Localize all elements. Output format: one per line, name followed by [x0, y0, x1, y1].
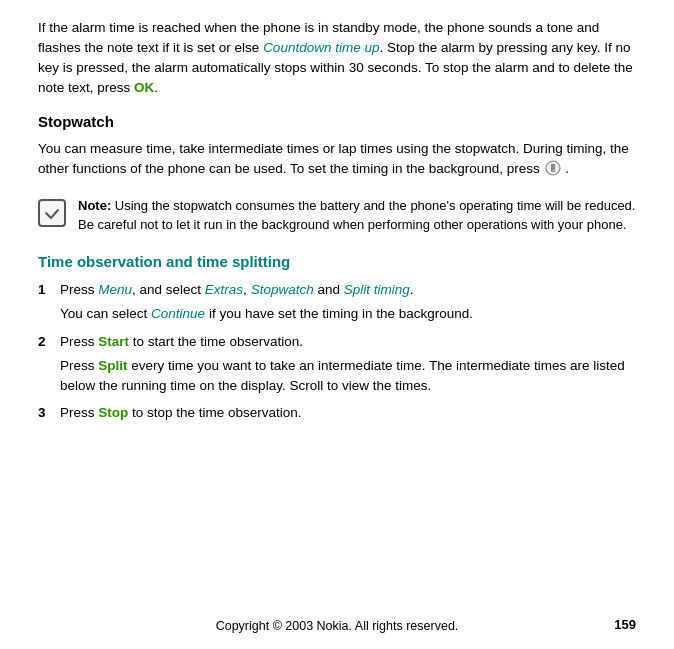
item2-sub-end: every time you want to take an intermedi…: [60, 358, 625, 393]
item1-mid2: ,: [243, 282, 251, 297]
page-container: If the alarm time is reached when the ph…: [0, 0, 674, 649]
item2-end: to start the time observation.: [129, 334, 303, 349]
footer-page-number: 159: [614, 616, 636, 635]
intro-link2: OK: [134, 80, 154, 95]
stopwatch-heading: Stopwatch: [38, 111, 636, 133]
note-text: Note: Using the stopwatch consumes the b…: [78, 197, 636, 235]
list-item-3: 3 Press Stop to stop the time observatio…: [38, 403, 636, 427]
list-item-2-main: Press Start to start the time observatio…: [60, 332, 636, 352]
item1-mid1: , and select: [132, 282, 205, 297]
stopwatch-para-end: .: [565, 161, 569, 176]
footer-copyright: Copyright © 2003 Nokia. All rights reser…: [216, 617, 459, 635]
item1-link2: Extras: [205, 282, 243, 297]
svg-point-1: [552, 170, 553, 171]
list-item-1-sub: You can select Continue if you have set …: [60, 304, 636, 324]
note-label: Note:: [78, 198, 111, 213]
intro-paragraph: If the alarm time is reached when the ph…: [38, 18, 636, 97]
item2-sub-prefix: Press: [60, 358, 98, 373]
intro-text3: .: [154, 80, 158, 95]
list-item-3-main: Press Stop to stop the time observation.: [60, 403, 636, 423]
stopwatch-paragraph: You can measure time, take intermediate …: [38, 139, 636, 179]
list-content-1: Press Menu, and select Extras, Stopwatch…: [60, 280, 636, 332]
note-box: Note: Using the stopwatch consumes the b…: [38, 197, 636, 235]
list-number-3: 3: [38, 403, 60, 423]
list-number-2: 2: [38, 332, 60, 352]
numbered-list: 1 Press Menu, and select Extras, Stopwat…: [38, 280, 636, 427]
item2-link: Start: [98, 334, 129, 349]
note-icon-container: [38, 199, 70, 227]
item1-mid3: and: [314, 282, 344, 297]
item1-sub-prefix: You can select: [60, 306, 151, 321]
item3-link: Stop: [98, 405, 128, 420]
list-item-2: 2 Press Start to start the time observat…: [38, 332, 636, 404]
list-content-2: Press Start to start the time observatio…: [60, 332, 636, 404]
note-content: Using the stopwatch consumes the battery…: [78, 198, 635, 232]
intro-link1: Countdown time up: [263, 40, 379, 55]
item3-prefix: Press: [60, 405, 98, 420]
item2-prefix: Press: [60, 334, 98, 349]
list-item-1: 1 Press Menu, and select Extras, Stopwat…: [38, 280, 636, 332]
item1-sub-end: if you have set the timing in the backgr…: [205, 306, 473, 321]
footer: Copyright © 2003 Nokia. All rights reser…: [0, 617, 674, 635]
item1-link3: Stopwatch: [251, 282, 314, 297]
list-item-2-sub: Press Split every time you want to take …: [60, 356, 636, 396]
item1-end: .: [410, 282, 414, 297]
list-number-1: 1: [38, 280, 60, 300]
section-heading: Time observation and time splitting: [38, 251, 636, 273]
item1-link4: Split timing: [344, 282, 410, 297]
item1-prefix: Press: [60, 282, 98, 297]
list-content-3: Press Stop to stop the time observation.: [60, 403, 636, 427]
item3-end: to stop the time observation.: [128, 405, 301, 420]
list-item-1-main: Press Menu, and select Extras, Stopwatch…: [60, 280, 636, 300]
stopwatch-text: You can measure time, take intermediate …: [38, 141, 629, 176]
item2-sub-link: Split: [98, 358, 127, 373]
note-icon: [38, 199, 66, 227]
item1-link1: Menu: [98, 282, 132, 297]
item1-sub-link: Continue: [151, 306, 205, 321]
phone-icon: [544, 159, 562, 177]
